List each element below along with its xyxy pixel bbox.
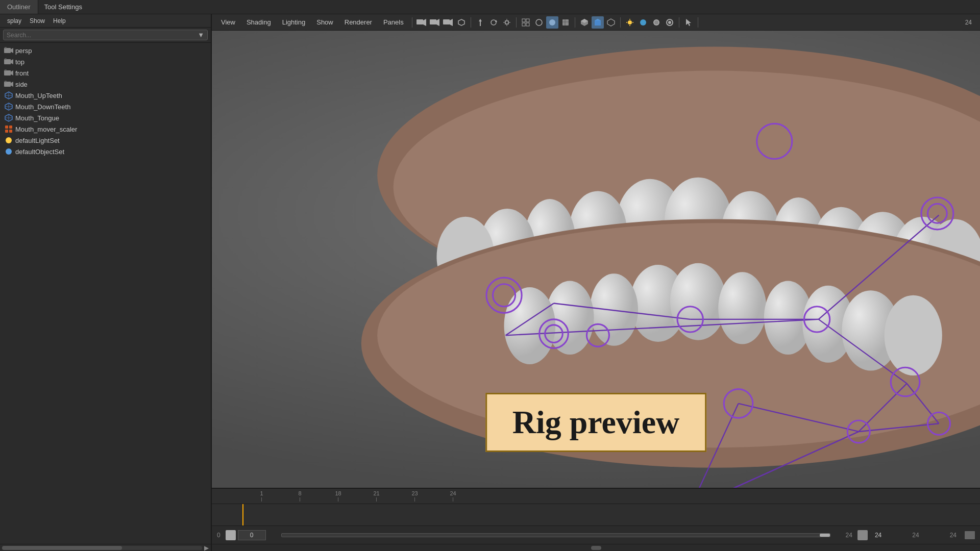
camera-front-btn[interactable] bbox=[429, 16, 441, 29]
svg-marker-34 bbox=[479, 19, 482, 26]
svg-rect-3 bbox=[4, 59, 11, 64]
playhead-control[interactable] bbox=[226, 530, 266, 540]
tree-item-defaultlightset-label: defaultLightSet bbox=[15, 137, 207, 144]
rotate-tool-btn[interactable] bbox=[487, 16, 500, 29]
svg-rect-0 bbox=[4, 48, 11, 53]
playback-end-btn[interactable] bbox=[965, 531, 975, 539]
range-thumb[interactable] bbox=[820, 534, 830, 537]
svg-rect-36 bbox=[505, 21, 508, 24]
obj-set-icon bbox=[4, 147, 13, 156]
ao-btn[interactable] bbox=[664, 16, 676, 29]
tree-item-mouth-downteeth[interactable]: Mouth_DownTeeth bbox=[0, 101, 211, 112]
side-face-btn[interactable] bbox=[605, 16, 617, 29]
toolbar-separator-4 bbox=[575, 17, 575, 28]
svg-marker-54 bbox=[607, 19, 615, 26]
svg-rect-21 bbox=[5, 126, 8, 129]
vp-menu-lighting[interactable]: Lighting bbox=[277, 14, 311, 30]
svg-marker-7 bbox=[11, 70, 13, 76]
tree-item-persp[interactable]: persp bbox=[0, 45, 211, 56]
outliner-content: persp top bbox=[0, 43, 211, 544]
tree-item-persp-label: persp bbox=[15, 47, 207, 55]
persp-cube-btn[interactable] bbox=[578, 16, 591, 29]
svg-rect-42 bbox=[526, 19, 529, 22]
shadow-btn[interactable] bbox=[650, 16, 663, 29]
svg-rect-41 bbox=[522, 19, 525, 22]
vp-menu-renderer[interactable]: Renderer bbox=[339, 14, 377, 30]
camera-icon-front bbox=[4, 68, 13, 78]
svg-point-55 bbox=[628, 20, 632, 24]
search-input[interactable] bbox=[7, 32, 195, 39]
svg-point-62 bbox=[654, 20, 658, 24]
tree-item-defaultlightset[interactable]: defaultLightSet bbox=[0, 135, 211, 146]
menu-tool-settings[interactable]: Tool Settings bbox=[38, 0, 88, 14]
tree-item-mouth-upteeth[interactable]: Mouth_UpTeeth bbox=[0, 90, 211, 101]
svg-rect-8 bbox=[5, 69, 7, 70]
select-btn[interactable] bbox=[682, 16, 695, 29]
range-indicator[interactable] bbox=[281, 533, 830, 537]
tree-item-mouth-mover-scaler[interactable]: Mouth_mover_scaler bbox=[0, 123, 211, 135]
svg-point-86 bbox=[718, 272, 766, 344]
vp-menu-view[interactable]: View bbox=[216, 14, 240, 30]
app-title: Outliner bbox=[7, 3, 31, 11]
wireframe-btn[interactable] bbox=[533, 16, 545, 29]
menu-display[interactable]: splay bbox=[4, 16, 24, 26]
svg-rect-23 bbox=[5, 130, 8, 133]
vp-menu-show[interactable]: Show bbox=[311, 14, 338, 30]
ruler-tick-8: 8 bbox=[281, 490, 319, 502]
search-bar: ▼ bbox=[0, 28, 211, 43]
mesh-icon-tongue bbox=[4, 113, 13, 122]
tree-item-mouth-mover-scaler-label: Mouth_mover_scaler bbox=[15, 126, 207, 133]
viewport-canvas[interactable]: Rig preview bbox=[212, 31, 980, 488]
env-btn[interactable] bbox=[637, 16, 649, 29]
shaded-btn[interactable] bbox=[546, 16, 558, 29]
camera-icon-side bbox=[4, 80, 13, 89]
end-frame-value: 24 bbox=[875, 532, 881, 539]
bottom-scroll-thumb[interactable] bbox=[591, 546, 601, 550]
svg-marker-53 bbox=[595, 19, 601, 20]
bottom-scrollbar[interactable] bbox=[212, 544, 980, 551]
move-tool-btn[interactable] bbox=[474, 16, 486, 29]
lighting-btn[interactable] bbox=[624, 16, 636, 29]
vp-menu-shading[interactable]: Shading bbox=[241, 14, 276, 30]
range-controls bbox=[276, 533, 836, 537]
tree-item-mouth-tongue-label: Mouth_Tongue bbox=[15, 114, 207, 122]
vp-menu-panels[interactable]: Panels bbox=[378, 14, 409, 30]
menu-help[interactable]: Help bbox=[50, 16, 69, 26]
search-wrapper[interactable]: ▼ bbox=[3, 30, 208, 40]
svg-rect-52 bbox=[595, 20, 601, 26]
svg-rect-5 bbox=[5, 58, 7, 59]
scale-tool-btn[interactable] bbox=[501, 16, 513, 29]
grid-view-btn[interactable] bbox=[520, 16, 532, 29]
tree-item-top-label: top bbox=[15, 58, 207, 66]
camera-extra-btn[interactable] bbox=[455, 16, 468, 29]
playhead bbox=[242, 504, 243, 525]
svg-point-45 bbox=[536, 19, 542, 26]
tree-item-side[interactable]: side bbox=[0, 79, 211, 90]
menu-show[interactable]: Show bbox=[27, 16, 48, 26]
tree-item-front[interactable]: front bbox=[0, 67, 211, 79]
scroll-right-arrow[interactable]: ▶ bbox=[204, 544, 209, 552]
rig-preview-label: Rig preview bbox=[485, 393, 707, 452]
svg-point-89 bbox=[504, 287, 556, 364]
end-frame-indicator bbox=[857, 530, 868, 540]
svg-point-85 bbox=[590, 273, 638, 345]
tree-item-top[interactable]: top bbox=[0, 56, 211, 67]
outliner-hscrollbar[interactable]: ▶ bbox=[0, 544, 211, 551]
tree-item-mouth-tongue[interactable]: Mouth_Tongue bbox=[0, 112, 211, 123]
search-dropdown-icon[interactable]: ▼ bbox=[198, 31, 204, 39]
outliner-menubar: splay Show Help bbox=[0, 14, 211, 28]
timeline-area: 1 8 18 21 23 24 0 bbox=[212, 488, 980, 544]
toolbar-separator-6 bbox=[679, 17, 679, 28]
camera-persp-btn[interactable] bbox=[415, 16, 428, 29]
camera-side-btn[interactable] bbox=[442, 16, 454, 29]
hscrollbar-thumb[interactable] bbox=[2, 546, 122, 550]
current-frame-input[interactable] bbox=[238, 530, 266, 540]
hscrollbar-track bbox=[2, 546, 202, 550]
textured-btn[interactable] bbox=[559, 16, 572, 29]
tree-item-defaultobjectset[interactable]: defaultObjectSet bbox=[0, 146, 211, 157]
timeline-tracks[interactable] bbox=[212, 504, 980, 525]
front-face-btn[interactable] bbox=[592, 16, 604, 29]
svg-marker-28 bbox=[423, 19, 426, 26]
svg-rect-47 bbox=[562, 19, 569, 26]
toolbar-separator-2 bbox=[471, 17, 471, 28]
